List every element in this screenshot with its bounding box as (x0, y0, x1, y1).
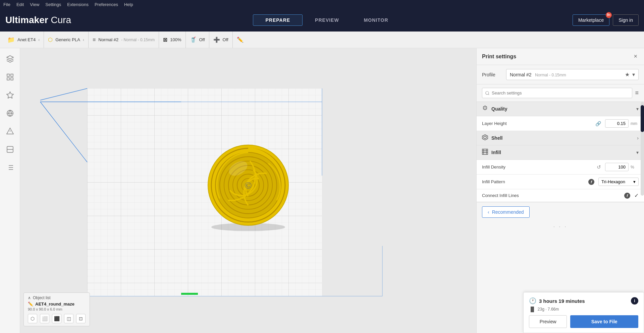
menu-view[interactable]: View (30, 2, 39, 7)
viewport[interactable]: © ∧ Object list ✏️ AET4_round_maze 90.0 … (20, 48, 476, 333)
estimate-buttons: Preview Save to File (529, 315, 638, 328)
infill-pattern-item: Infill Pattern f Tri-Hexagon ▾ (477, 175, 644, 189)
marketplace-button[interactable]: Marketplace 9+ (573, 14, 609, 26)
profile-detail: - Normal - 0.15mm (121, 38, 155, 42)
infill-density-label: Infill Density (482, 164, 597, 170)
right-panel: Print settings × Profile Normal #2 Norma… (476, 48, 644, 333)
svg-line-21 (40, 102, 87, 162)
object-name: AET4_round_maze (35, 302, 74, 307)
menu-file[interactable]: File (3, 2, 10, 7)
tool-2[interactable] (3, 70, 17, 84)
material-section[interactable]: ⬡ Generic PLA ‹ (44, 31, 89, 48)
infill-density-control: ↺ % (597, 163, 639, 171)
tool-3[interactable] (3, 88, 17, 103)
chevron-left-icon: ‹ (488, 209, 489, 215)
recommended-button[interactable]: ‹ Recommended (482, 206, 530, 218)
obj-action-3[interactable]: ⬛ (52, 314, 61, 323)
menu-settings[interactable]: Settings (45, 2, 61, 7)
infill-pattern-label: Infill Pattern (482, 179, 588, 184)
printer-chevron: ‹ (38, 38, 40, 42)
right-scrollbar[interactable] (641, 102, 644, 196)
shell-section-header[interactable]: Shell › (477, 131, 644, 145)
shell-chevron: › (637, 135, 639, 141)
infill-section-header[interactable]: Infill ▾ (477, 145, 644, 160)
visibility-icon: ⊠ (163, 37, 167, 43)
menu-help[interactable]: Help (124, 2, 133, 7)
scrollbar-thumb[interactable] (641, 105, 644, 132)
tool-6[interactable] (3, 142, 17, 157)
menu-preferences[interactable]: Preferences (95, 2, 118, 7)
material-value: 23g · 7.66m (538, 307, 559, 312)
tool-1[interactable] (3, 52, 17, 66)
infill-pattern-chevron: ▾ (633, 179, 636, 184)
layer-height-input[interactable] (605, 119, 629, 128)
obj-action-2[interactable]: ⬜ (40, 314, 49, 323)
printer-section[interactable]: 📁 Anet ET4 ‹ (3, 31, 44, 48)
svg-rect-0 (7, 74, 9, 76)
tab-monitor[interactable]: MONITOR (352, 14, 401, 26)
print-settings-panel: Print settings × Profile Normal #2 Norma… (477, 48, 644, 333)
star-icon[interactable]: ★ (625, 71, 630, 78)
tool-7[interactable] (3, 160, 17, 175)
3d-object: © (201, 138, 295, 234)
material-badge-icon: ⬡ (48, 37, 53, 43)
print-settings-header: Print settings × (477, 48, 644, 65)
quality-section-header[interactable]: Quality ▾ (477, 102, 644, 116)
time-value: 3 hours 19 minutes (539, 298, 585, 304)
svg-marker-42 (484, 136, 486, 139)
preview-button[interactable]: Preview (529, 315, 567, 328)
main-content: © ∧ Object list ✏️ AET4_round_maze 90.0 … (0, 48, 644, 333)
support-section[interactable]: 🥤 Off (186, 31, 209, 48)
settings-pencil-section[interactable]: ✏️ (233, 31, 248, 48)
adhesion-label: Off (223, 37, 228, 42)
svg-line-23 (40, 88, 87, 100)
adhesion-icon: ➕ (213, 37, 220, 43)
printer-name: Anet ET4 (17, 37, 36, 42)
tab-preview[interactable]: PREVIEW (303, 14, 352, 26)
app-logo: Ultimaker Cura (5, 15, 71, 25)
recommended-row: ‹ Recommended (477, 202, 644, 222)
signin-button[interactable]: Sign in (613, 14, 639, 26)
search-input[interactable] (482, 88, 632, 98)
infill-icon (482, 149, 488, 156)
layer-height-item: Layer Height 🔗 mm (477, 116, 644, 131)
object-list-label: Object list (33, 295, 51, 300)
connect-infill-item: Connect Infill Lines f ✓ (477, 189, 644, 202)
info-icon[interactable]: i (631, 297, 638, 305)
obj-action-4[interactable]: ◫ (64, 314, 73, 323)
connect-f-icon: f (624, 193, 630, 199)
obj-action-5[interactable]: ⊡ (76, 314, 86, 323)
infill-reset-icon[interactable]: ↺ (597, 164, 601, 170)
menu-extensions[interactable]: Extensions (67, 2, 89, 7)
connect-infill-check[interactable]: ✓ (634, 192, 639, 199)
object-actions: ⬡ ⬜ ⬛ ◫ ⊡ (28, 314, 86, 323)
infill-density-unit: % (631, 165, 639, 170)
profile-dropdown-value: Normal #2 Normal - 0.15mm (510, 72, 566, 78)
close-settings-button[interactable]: × (632, 53, 639, 60)
visibility-section[interactable]: ⊠ 100% (159, 31, 185, 48)
adhesion-section[interactable]: ➕ Off (209, 31, 233, 48)
infill-chevron: ▾ (636, 150, 639, 155)
connect-infill-label: Connect Infill Lines (482, 193, 624, 198)
tab-prepare[interactable]: PREPARE (253, 14, 303, 26)
profile-actions: ★ ▾ (625, 71, 635, 78)
object-panel: ∧ Object list ✏️ AET4_round_maze 90.0 x … (23, 292, 90, 326)
connect-infill-control: f ✓ (624, 192, 639, 199)
tool-4[interactable] (3, 106, 17, 121)
profile-section[interactable]: ≡ Normal #2 - Normal - 0.15mm (89, 31, 159, 48)
svg-marker-41 (482, 135, 488, 140)
shell-label: Shell (491, 135, 502, 141)
menu-bar: File Edit View Settings Extensions Prefe… (0, 0, 644, 9)
separator-dots: · · · (477, 222, 644, 232)
support-icon: 🥤 (190, 37, 197, 43)
infill-pattern-dropdown[interactable]: Tri-Hexagon ▾ (598, 178, 639, 186)
menu-edit[interactable]: Edit (16, 2, 24, 7)
settings-menu-icon[interactable]: ≡ (635, 89, 639, 96)
profile-dropdown[interactable]: Normal #2 Normal - 0.15mm ★ ▾ (506, 69, 639, 80)
profile-value: Normal #2 (98, 37, 118, 42)
infill-density-input[interactable] (605, 163, 629, 171)
save-to-file-button[interactable]: Save to File (570, 315, 638, 328)
dropdown-chevron-icon[interactable]: ▾ (632, 71, 635, 78)
tool-5[interactable] (3, 124, 17, 139)
obj-action-1[interactable]: ⬡ (28, 314, 37, 323)
